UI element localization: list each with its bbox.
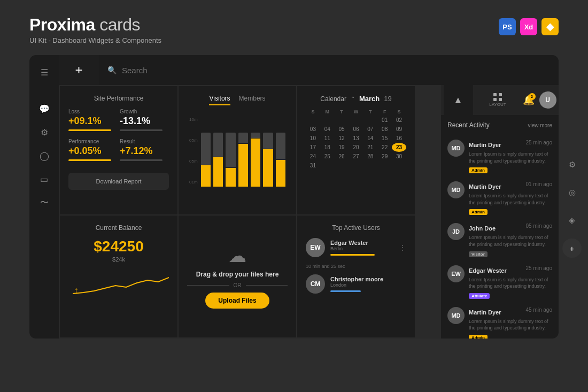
upload-button[interactable]: Upload Files [205, 293, 269, 309]
main-section: + 🔍 Site Performance Loss [59, 55, 559, 339]
cal-day[interactable]: 17 [306, 143, 320, 152]
avatar: EW [306, 238, 325, 257]
layout-button[interactable]: LAYOUT [478, 93, 518, 107]
user-menu-icon[interactable]: ⋮ [399, 243, 406, 252]
perf-value: +0.05% [68, 145, 111, 157]
cal-day[interactable]: 18 [320, 143, 335, 152]
cal-day[interactable]: 03 [306, 125, 320, 134]
avatar: MD [447, 140, 465, 157]
cal-day[interactable] [320, 161, 335, 170]
cal-day[interactable] [392, 161, 406, 170]
cal-day[interactable]: 25 [320, 152, 335, 161]
activity-text: Lorem Ipsum is simply dummy text of the … [469, 151, 552, 164]
user-avatar-topbar[interactable]: U [539, 91, 556, 109]
download-report-button[interactable]: Download Report [68, 173, 169, 190]
activity-item: MD Martin Dyer 25 min ago Lorem Ipsum is… [447, 140, 552, 174]
activity-details: Martin Dyer 01 min ago Lorem Ipsum is si… [469, 181, 552, 216]
cal-day[interactable] [320, 116, 335, 125]
add-button[interactable]: + [59, 55, 99, 85]
cal-day[interactable]: 01 [377, 116, 392, 125]
cal-day[interactable] [363, 116, 377, 125]
cal-day[interactable]: 13 [349, 134, 363, 143]
cal-day[interactable]: 28 [363, 152, 377, 161]
result-label: Result [120, 139, 163, 144]
cal-day[interactable]: 09 [392, 125, 406, 134]
search-bar[interactable]: 🔍 [99, 55, 559, 85]
cal-day[interactable]: 06 [349, 125, 363, 134]
result-value: +7.12% [120, 145, 163, 157]
cal-day[interactable]: 10 [306, 134, 320, 143]
activity-timestamp: 25 min ago [526, 140, 552, 145]
drive-icon-wrap[interactable]: ▲ [444, 85, 473, 115]
activity-details: Edgar Wester 25 min ago Lorem Ipsum is s… [469, 265, 552, 299]
user-location: Berlin [330, 246, 393, 251]
tab-members[interactable]: Members [239, 95, 266, 105]
cal-day[interactable]: 04 [320, 125, 335, 134]
or-label: OR [234, 282, 242, 288]
bar-gray-6 [263, 133, 273, 149]
activity-tag: Affiliate [469, 293, 490, 299]
balance-amount: $24250 [68, 238, 169, 255]
bar-gray-7 [276, 133, 285, 159]
list-item: EW Edgar Wester Berlin ⋮ [306, 238, 406, 257]
activity-text: Lorem Ipsum is simply dummy text of the … [469, 193, 552, 206]
growth-value: -13.1% [120, 116, 163, 127]
chart-tabs: Visitors Members [187, 95, 288, 105]
day-header-t1: T [335, 108, 349, 116]
upload-panel: ☁ Drag & drop your files here OR Upload … [179, 216, 296, 337]
cal-day[interactable]: 27 [349, 152, 363, 161]
cal-day[interactable]: 21 [363, 143, 377, 152]
cal-day[interactable] [306, 116, 320, 125]
cal-day[interactable] [349, 116, 363, 125]
cal-day[interactable]: 22 [377, 143, 392, 152]
cal-day[interactable]: 29 [377, 152, 392, 161]
cal-day[interactable]: 24 [306, 152, 320, 161]
tab-visitors[interactable]: Visitors [209, 95, 230, 105]
header: Proxima cards UI Kit - Dashboard Widgets… [0, 0, 588, 55]
cal-day[interactable] [335, 161, 349, 170]
activity-timestamp: 05 min ago [526, 223, 552, 229]
cal-day[interactable] [349, 161, 363, 170]
cal-day[interactable]: 07 [363, 125, 377, 134]
day-header-s2: S [392, 108, 406, 116]
cal-day[interactable]: 26 [335, 152, 349, 161]
cal-day[interactable] [335, 116, 349, 125]
cal-day[interactable]: 30 [392, 152, 406, 161]
y-axis: 10m 05m 05m 01m [189, 117, 198, 187]
balance-panel: Current Balance $24250 $24k ↑ [60, 216, 177, 337]
cal-day[interactable]: 05 [335, 125, 349, 134]
menu-icon[interactable]: ☰ [34, 62, 55, 83]
settings-icon[interactable]: ⚙ [34, 121, 55, 143]
balance-sparkline [73, 272, 169, 299]
notification-button[interactable]: 🔔 2 [523, 94, 535, 106]
sidebar-nav: ☰ 💬 ⚙ ◯ ▭ 〜 [29, 55, 59, 339]
cal-day[interactable]: 19 [335, 143, 349, 152]
view-more-link[interactable]: view more [528, 122, 552, 128]
cal-day[interactable] [377, 161, 392, 170]
layout-icon[interactable]: ▭ [34, 168, 55, 190]
chat-icon[interactable]: 💬 [34, 98, 55, 119]
bar-yellow-4 [238, 144, 248, 187]
result-bar [120, 159, 163, 161]
cal-day[interactable]: 12 [335, 134, 349, 143]
cal-day[interactable]: 02 [392, 116, 406, 125]
user-progress-bar [330, 290, 361, 292]
cal-day[interactable]: 14 [363, 134, 377, 143]
bar-yellow-1 [201, 165, 211, 187]
cal-day[interactable]: 11 [320, 134, 335, 143]
cal-day[interactable]: 08 [377, 125, 392, 134]
cal-day[interactable]: 15 [377, 134, 392, 143]
trend-icon[interactable]: 〜 [34, 192, 55, 213]
cal-day[interactable] [363, 161, 377, 170]
cal-day[interactable]: 20 [349, 143, 363, 152]
cal-day[interactable]: 31 [306, 161, 320, 170]
day-header-t2: T [363, 108, 377, 116]
cal-day-today[interactable]: 23 [392, 143, 406, 152]
brand-title: Proxima cards [29, 15, 161, 35]
activity-tag: Admin [469, 335, 488, 339]
balance-sub: $24k [68, 256, 169, 263]
user-icon[interactable]: ◯ [34, 145, 55, 166]
cal-day[interactable]: 16 [392, 134, 406, 143]
user-name: Edgar Wester [330, 240, 393, 246]
search-input[interactable] [122, 66, 550, 75]
